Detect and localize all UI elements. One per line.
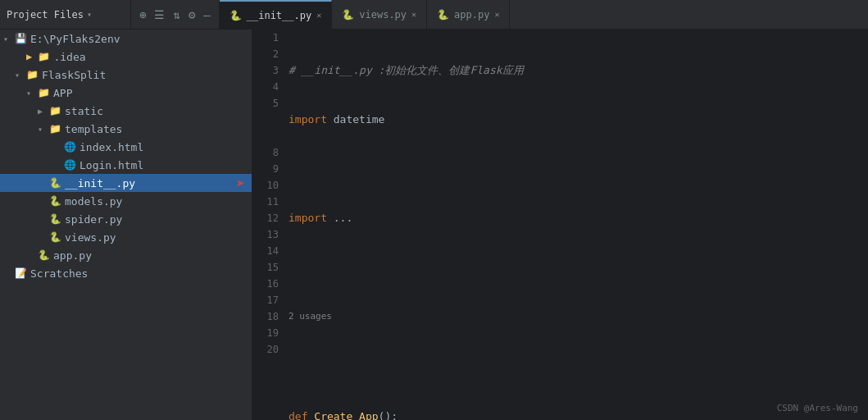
- linenum-12: 12: [256, 210, 279, 226]
- code-line-blank7: [289, 359, 868, 376]
- py-icon-views-sidebar: 🐍: [49, 231, 61, 243]
- usages-text: 2 usages: [289, 308, 332, 325]
- sidebar-label-spider: spider.py: [65, 213, 122, 226]
- sidebar-item-templates[interactable]: ▾ 📁 templates: [0, 120, 252, 138]
- import-datetime: datetime: [327, 112, 384, 128]
- kw-import-1: import: [289, 112, 327, 128]
- linenum-18: 18: [256, 308, 279, 325]
- list-icon[interactable]: ☰: [152, 7, 166, 23]
- folder-icon-idea: ▶ 📁: [26, 51, 50, 62]
- linenum-14: 14: [256, 243, 279, 259]
- sidebar-label-index: index.html: [80, 141, 143, 153]
- tabs-bar: 🐍 __init__.py ✕ 🐍 views.py ✕ 🐍 app.py ✕: [220, 0, 868, 29]
- sort-icon[interactable]: ⇅: [171, 7, 181, 23]
- sidebar-label-templates: templates: [65, 123, 122, 135]
- tab-init-label: __init__.py: [247, 10, 311, 21]
- fn-create-app: Create_App: [314, 409, 378, 420]
- arrow-templates: ▾: [38, 125, 49, 134]
- code-line-3: [289, 161, 868, 177]
- sidebar-label-scratches: Scratches: [30, 267, 88, 280]
- line-numbers: 1 2 3 4 5 6 7 8 9 10 11 12 13 14 15 16 1…: [252, 30, 285, 420]
- linenum-16: 16: [256, 276, 279, 292]
- html-icon-login: 🌐: [64, 159, 76, 171]
- linenum-4: 4: [256, 79, 279, 95]
- linenum-8: 8: [256, 144, 279, 161]
- code-line-4: import ...: [289, 210, 868, 226]
- html-icon-index: 🌐: [64, 141, 76, 153]
- linenum-2: 2: [256, 46, 279, 62]
- sidebar-item-app[interactable]: ▾ 📁 APP: [0, 84, 252, 102]
- minus-icon[interactable]: —: [202, 7, 211, 23]
- code-area[interactable]: # __init__.py :初始化文件、创建Flask应用 import da…: [285, 30, 868, 420]
- arrow-app: ▾: [26, 89, 38, 98]
- folder-icon-app: 📁: [38, 87, 50, 98]
- folder-icon-static: 📁: [49, 105, 61, 116]
- code-line-5: [289, 259, 868, 276]
- py-icon-init: 🐍: [229, 10, 242, 21]
- code-line-2: import datetime: [289, 112, 868, 128]
- settings-icon[interactable]: ⚙: [187, 7, 197, 23]
- comment-1: # __init__.py :初始化文件、创建Flask应用: [289, 62, 524, 79]
- sidebar-label-init: __init__.py: [65, 177, 135, 189]
- usages-label: 2 usages: [289, 308, 868, 325]
- sidebar-label-flasksplit: FlaskSplit: [42, 69, 106, 81]
- sidebar-label-idea: .idea: [53, 51, 85, 63]
- tab-views[interactable]: 🐍 views.py ✕: [332, 0, 427, 29]
- py-icon-models: 🐍: [49, 195, 61, 207]
- sidebar-item-scratches[interactable]: 📝 Scratches: [0, 264, 252, 282]
- sidebar: ▾ 💾 E:\PyFlaks2env ▶ 📁 .idea ▾ 📁 FlaskSp…: [0, 30, 252, 420]
- fn-parens: ():: [379, 409, 398, 420]
- arrow-indicator-icon: ➤: [236, 175, 245, 192]
- add-icon[interactable]: ⊕: [138, 7, 148, 23]
- toolbar-icons: ⊕ ☰ ⇅ ⚙ —: [131, 0, 220, 29]
- title-bar: Project Files ▾ ⊕ ☰ ⇅ ⚙ — 🐍 __init__.py …: [0, 0, 868, 30]
- sidebar-item-static[interactable]: ▶ 📁 static: [0, 102, 252, 120]
- tab-views-close[interactable]: ✕: [411, 10, 416, 19]
- sidebar-label-views: views.py: [65, 231, 116, 244]
- kw-def: def: [289, 409, 314, 420]
- project-label-text: Project Files: [7, 9, 84, 21]
- linenum-10: 10: [256, 177, 279, 194]
- linenum-9: 9: [256, 161, 279, 177]
- kw-import-2: import: [289, 210, 327, 226]
- linenum-3: 3: [256, 62, 279, 79]
- editor-area[interactable]: 1 2 3 4 5 6 7 8 9 10 11 12 13 14 15 16 1…: [252, 30, 868, 420]
- tab-app-close[interactable]: ✕: [494, 10, 499, 19]
- linenum-13: 13: [256, 226, 279, 243]
- sidebar-item-flasksplit[interactable]: ▾ 📁 FlaskSplit: [0, 66, 252, 84]
- sidebar-item-spider-py[interactable]: 🐍 spider.py: [0, 210, 252, 228]
- project-label[interactable]: Project Files ▾: [0, 0, 131, 29]
- linenum-11: 11: [256, 194, 279, 210]
- sidebar-label-static: static: [65, 105, 103, 117]
- sidebar-item-views-py[interactable]: 🐍 views.py: [0, 228, 252, 246]
- sidebar-label-app: APP: [53, 87, 72, 99]
- tab-app[interactable]: 🐍 app.py ✕: [427, 0, 510, 29]
- folder-icon-flasksplit: 📁: [26, 69, 39, 80]
- py-icon-app-sidebar: 🐍: [38, 249, 50, 261]
- linenum-17: 17: [256, 292, 279, 308]
- sidebar-item-app-py[interactable]: 🐍 app.py: [0, 246, 252, 264]
- tab-init[interactable]: 🐍 __init__.py ✕: [220, 0, 333, 29]
- sidebar-item-login-html[interactable]: 🌐 Login.html: [0, 156, 252, 174]
- linenum-20: 20: [256, 341, 279, 358]
- linenum-6: 6: [256, 112, 279, 128]
- sidebar-item-idea[interactable]: ▶ 📁 .idea: [0, 48, 252, 66]
- main-area: ▾ 💾 E:\PyFlaks2env ▶ 📁 .idea ▾ 📁 FlaskSp…: [0, 30, 868, 420]
- tab-init-close[interactable]: ✕: [316, 11, 321, 20]
- py-icon-app: 🐍: [437, 9, 449, 21]
- linenum-15: 15: [256, 259, 279, 276]
- folder-icon-templates: 📁: [49, 123, 61, 135]
- sidebar-item-root[interactable]: ▾ 💾 E:\PyFlaks2env: [0, 30, 252, 48]
- py-icon-views: 🐍: [342, 9, 354, 21]
- sidebar-label-models: models.py: [65, 195, 122, 208]
- sidebar-item-index-html[interactable]: 🌐 index.html: [0, 138, 252, 156]
- sidebar-label-app-py: app.py: [53, 249, 92, 262]
- sidebar-item-init-py[interactable]: 🐍 __init__.py ➤: [0, 174, 252, 192]
- arrow-root: ▾: [3, 34, 15, 43]
- editor-content: 1 2 3 4 5 6 7 8 9 10 11 12 13 14 15 16 1…: [252, 30, 868, 420]
- arrow-static: ▶: [38, 107, 49, 116]
- linenum-1: 1: [256, 30, 279, 46]
- sidebar-label-root: E:\PyFlaks2env: [30, 33, 120, 45]
- sidebar-item-models-py[interactable]: 🐍 models.py: [0, 192, 252, 210]
- code-line-1: # __init__.py :初始化文件、创建Flask应用: [289, 62, 868, 79]
